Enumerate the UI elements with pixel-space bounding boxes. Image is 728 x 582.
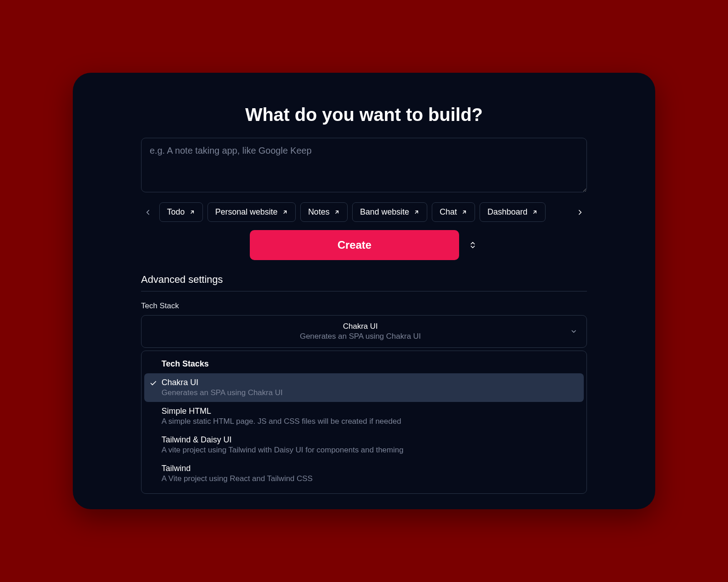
tech-stack-selected-name: Chakra UI	[151, 322, 570, 331]
tech-stack-group-label: Tech Stacks	[142, 359, 586, 373]
tech-stack-option-chakra[interactable]: Chakra UI Generates an SPA using Chakra …	[144, 373, 584, 402]
option-name: Simple HTML	[162, 406, 577, 416]
chip-label: Dashboard	[487, 207, 527, 217]
svg-line-5	[534, 211, 536, 213]
option-desc: A simple static HTML page. JS and CSS fi…	[162, 417, 577, 426]
check-icon	[150, 380, 157, 387]
chip-personal-website[interactable]: Personal website	[207, 202, 296, 222]
arrow-up-right-icon	[461, 209, 467, 215]
svg-line-4	[463, 211, 465, 213]
svg-line-3	[415, 211, 418, 213]
tech-stack-label: Tech Stack	[141, 301, 587, 311]
tech-stack-option-tailwind-daisy[interactable]: Tailwind & Daisy UI A vite project using…	[142, 431, 586, 459]
chevrons-up-down-icon	[469, 241, 477, 249]
chips-scroll-left-button[interactable]	[141, 203, 155, 222]
suggestion-chips: Todo Personal website Notes Band website…	[159, 202, 569, 222]
arrow-up-right-icon	[282, 209, 288, 215]
chevron-down-icon	[570, 328, 577, 335]
chip-label: Personal website	[215, 207, 278, 217]
builder-panel: What do you want to build? Todo Personal…	[73, 73, 655, 509]
chip-label: Todo	[167, 207, 185, 217]
chip-chat[interactable]: Chat	[432, 202, 475, 222]
option-name: Tailwind & Daisy UI	[162, 435, 577, 445]
option-desc: A Vite project using React and Tailwind …	[162, 474, 577, 483]
chevron-right-icon	[576, 208, 584, 216]
create-options-button[interactable]	[467, 240, 478, 251]
chip-label: Band website	[360, 207, 409, 217]
suggestion-chips-row: Todo Personal website Notes Band website…	[141, 202, 587, 222]
tech-stack-selected: Chakra UI Generates an SPA using Chakra …	[151, 322, 570, 341]
chip-band-website[interactable]: Band website	[352, 202, 427, 222]
svg-line-1	[284, 211, 286, 213]
chip-notes[interactable]: Notes	[300, 202, 348, 222]
tech-stack-selected-desc: Generates an SPA using Chakra UI	[151, 332, 570, 341]
chips-scroll-right-button[interactable]	[573, 203, 587, 222]
page-title: What do you want to build?	[141, 105, 587, 125]
tech-stack-option-simple-html[interactable]: Simple HTML A simple static HTML page. J…	[142, 402, 586, 431]
svg-line-2	[336, 211, 338, 213]
arrow-up-right-icon	[334, 209, 340, 215]
prompt-input[interactable]	[141, 138, 587, 192]
chip-dashboard[interactable]: Dashboard	[480, 202, 546, 222]
option-name: Chakra UI	[162, 378, 575, 387]
arrow-up-right-icon	[414, 209, 420, 215]
tech-stack-option-tailwind[interactable]: Tailwind A Vite project using React and …	[142, 459, 586, 488]
svg-line-0	[191, 211, 193, 213]
chip-todo[interactable]: Todo	[159, 202, 203, 222]
create-row: Create	[141, 230, 587, 260]
option-desc: A vite project using Tailwind with Daisy…	[162, 446, 577, 455]
arrow-up-right-icon	[532, 209, 538, 215]
tech-stack-select[interactable]: Chakra UI Generates an SPA using Chakra …	[141, 315, 587, 348]
create-button[interactable]: Create	[250, 230, 459, 260]
chip-label: Chat	[440, 207, 457, 217]
option-desc: Generates an SPA using Chakra UI	[162, 388, 575, 397]
chip-label: Notes	[308, 207, 329, 217]
tech-stack-dropdown: Tech Stacks Chakra UI Generates an SPA u…	[141, 351, 587, 494]
arrow-up-right-icon	[189, 209, 195, 215]
advanced-settings-title: Advanced settings	[141, 274, 587, 291]
chevron-left-icon	[144, 208, 152, 216]
option-name: Tailwind	[162, 464, 577, 473]
